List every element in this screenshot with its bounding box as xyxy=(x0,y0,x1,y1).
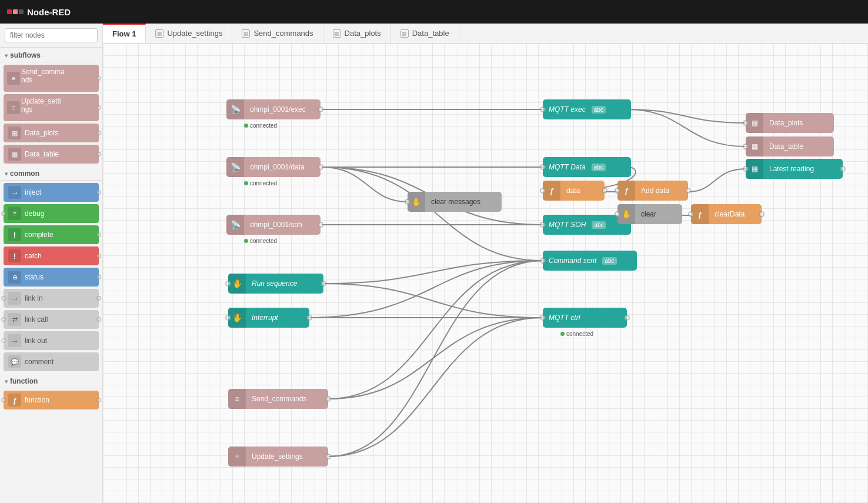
data-table-port-left xyxy=(743,144,749,149)
interrupt-port-right xyxy=(306,315,312,321)
node-interrupt[interactable]: ✋ Interrupt xyxy=(228,308,309,328)
sidebar-item-debug[interactable]: ≡ debug xyxy=(4,204,99,223)
node-ohmpi-exec[interactable]: 📡 ohmpi_0001/exec connected xyxy=(226,99,321,119)
node-data-fn[interactable]: ƒ data xyxy=(543,181,605,201)
tab-send-commands[interactable]: ▦ Send_commands xyxy=(232,24,323,43)
ohmpi-data-label: ohmpi_0001/data xyxy=(244,161,311,174)
node-mqtt-data[interactable]: MQTT Data abc xyxy=(543,157,631,177)
section-subflows[interactable]: ▾ subflows xyxy=(0,48,102,62)
sidebar-update-settings-label: Update_settings xyxy=(21,97,61,118)
send-commands-canvas-port xyxy=(325,396,331,402)
data-fn-label: data xyxy=(560,184,586,197)
ohmpi-exec-status-text: connected xyxy=(250,122,277,129)
node-add-data-fn[interactable]: ƒ Add data xyxy=(617,181,688,201)
node-cleardata-fn[interactable]: ƒ clearData xyxy=(691,204,762,224)
link-out-port xyxy=(1,338,6,343)
node-mqtt-exec[interactable]: MQTT exec abc xyxy=(543,99,631,119)
link-in-port-left xyxy=(1,296,6,301)
logo-icon xyxy=(7,6,24,18)
sidebar-item-data-table[interactable]: ▦ Data_table xyxy=(4,145,99,164)
search-input[interactable] xyxy=(5,28,98,42)
sidebar-data-table-label: Data_table xyxy=(25,150,94,158)
app-name: Node-RED xyxy=(27,7,71,17)
command-sent-badge: abc xyxy=(602,257,616,265)
ohmpi-soh-status: connected xyxy=(244,238,277,244)
node-update-settings[interactable]: ≡ Update_settings xyxy=(228,447,328,467)
tab-data-plots-label: Data_plots xyxy=(345,29,381,38)
sidebar-item-function[interactable]: ƒ function xyxy=(4,391,99,409)
cleardata-fn-label: clearData xyxy=(709,208,750,221)
ohmpi-soh-status-dot xyxy=(244,239,248,243)
node-ohmpi-data[interactable]: 📡 ohmpi_0001/data connected xyxy=(226,157,321,177)
tab-update-settings[interactable]: ▦ Update_settings xyxy=(146,24,232,43)
node-ohmpi-soh[interactable]: 📡 ohmpi_0001/soh connected xyxy=(226,215,321,235)
sidebar-item-inject[interactable]: → inject xyxy=(4,183,99,202)
sidebar-function-label: function xyxy=(25,396,94,404)
update-settings-icon: ≡ xyxy=(7,101,20,114)
node-clear-btn[interactable]: ✋ clear xyxy=(617,204,682,224)
node-latest-reading[interactable]: ▦ Latest reading xyxy=(746,159,843,179)
add-data-fn-port-right xyxy=(685,188,691,194)
update-settings-canvas-icon: ≡ xyxy=(228,447,246,467)
topbar: Node-RED xyxy=(0,0,868,24)
section-function[interactable]: ▾ function xyxy=(0,374,102,388)
clear-btn-port-left xyxy=(615,211,620,217)
command-sent-label: Command sent xyxy=(543,254,602,267)
tab-flow1-label: Flow 1 xyxy=(112,29,136,38)
data-plots-icon: ▦ xyxy=(8,126,21,139)
mqtt-exec-label: MQTT exec xyxy=(543,103,592,116)
chevron-common: ▾ xyxy=(5,171,8,177)
sidebar-search-container[interactable] xyxy=(0,24,102,48)
link-call-port-right xyxy=(96,317,101,322)
sidebar-item-update-settings[interactable]: ≡ Update_settings xyxy=(4,94,99,121)
sidebar-item-send-commands[interactable]: ≡ Send_commands xyxy=(4,65,99,92)
update-settings-canvas-port xyxy=(325,454,331,459)
sidebar-item-link-in[interactable]: → link in xyxy=(4,289,99,308)
sidebar-item-data-plots[interactable]: ▦ Data_plots xyxy=(4,124,99,142)
sidebar-item-link-call[interactable]: ⇄ link call xyxy=(4,310,99,329)
tab-data-plots[interactable]: ▦ Data_plots xyxy=(323,24,391,43)
latest-reading-port-right xyxy=(840,166,846,172)
flow-canvas[interactable]: 📡 ohmpi_0001/exec connected 📡 ohmpi_0001… xyxy=(103,44,868,503)
tab-data-table[interactable]: ▦ Data_table xyxy=(391,24,459,43)
sidebar-item-status[interactable]: ⊕ status xyxy=(4,268,99,287)
sidebar-comment-label: comment xyxy=(25,358,94,366)
send-commands-port xyxy=(96,76,101,81)
inject-port xyxy=(96,190,101,195)
sidebar-item-complete[interactable]: ! complete xyxy=(4,225,99,244)
sidebar-item-catch[interactable]: ! catch xyxy=(4,246,99,265)
ohmpi-data-port-right xyxy=(318,164,323,170)
sidebar-item-link-out[interactable]: → link out xyxy=(4,331,99,350)
function-icon: ƒ xyxy=(8,394,21,407)
node-send-commands[interactable]: ≡ Send_commands xyxy=(228,389,328,409)
node-data-table[interactable]: ▦ Data_table xyxy=(746,136,834,156)
section-subflows-label: subflows xyxy=(10,51,41,59)
tab-update-settings-label: Update_settings xyxy=(167,29,222,38)
chevron-subflows: ▾ xyxy=(5,52,8,59)
subflows-nodes: ≡ Send_commands ≡ Update_settings ▦ Data… xyxy=(0,65,102,164)
cleardata-fn-port-right xyxy=(759,211,764,217)
mqtt-exec-badge: abc xyxy=(592,106,606,114)
sidebar-item-comment[interactable]: 💬 comment xyxy=(4,352,99,371)
tab-flow1[interactable]: Flow 1 xyxy=(103,24,146,43)
ohmpi-data-status: connected xyxy=(244,180,277,186)
sidebar-status-label: status xyxy=(25,273,94,281)
comment-icon: 💬 xyxy=(8,355,21,368)
cleardata-fn-port-left xyxy=(688,211,694,217)
section-common[interactable]: ▾ common xyxy=(0,166,102,181)
inject-icon: → xyxy=(8,186,21,199)
complete-icon: ! xyxy=(8,228,21,241)
node-mqtt-ctrl[interactable]: MQTT ctrl connected xyxy=(543,308,627,328)
mqtt-soh-label: MQTT SOH xyxy=(543,218,592,231)
ohmpi-exec-label: ohmpi_0001/exec xyxy=(244,103,312,116)
run-sequence-label: Run sequence xyxy=(246,277,303,290)
node-run-sequence[interactable]: ✋ Run sequence xyxy=(228,274,323,294)
node-clear-messages[interactable]: ✋ clear messages xyxy=(408,192,502,212)
node-command-sent[interactable]: Command sent abc xyxy=(543,251,637,271)
tab-data-table-icon: ▦ xyxy=(400,29,409,38)
debug-port xyxy=(1,211,6,216)
section-function-label: function xyxy=(10,377,38,385)
tab-data-table-label: Data_table xyxy=(412,29,449,38)
node-data-plots[interactable]: ▦ Data_plots xyxy=(746,113,834,133)
sidebar-send-commands-label: Send_commands xyxy=(21,68,65,89)
